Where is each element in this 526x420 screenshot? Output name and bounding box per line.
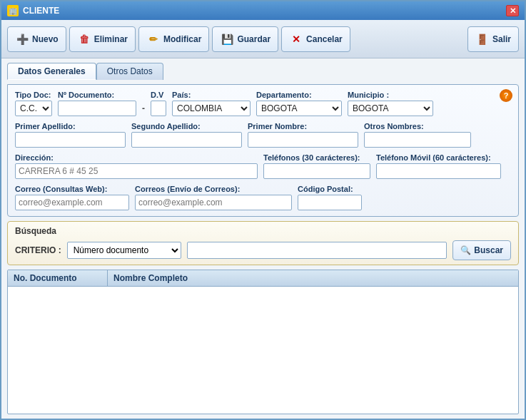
form-row-3: Dirección: Teléfonos (30 carácteres): Te… — [15, 153, 511, 179]
municipio-select[interactable]: BOGOTA MEDELLIN — [348, 101, 433, 116]
eliminar-button[interactable]: 🗑 Eliminar — [69, 26, 136, 52]
correo-label: Correo (Consultas Web): — [15, 185, 129, 193]
dv-input[interactable] — [151, 101, 166, 116]
dash-separator: - — [142, 91, 145, 113]
primer-apellido-label: Primer Apellido: — [15, 122, 126, 130]
correos-label: Correos (Envío de Correos): — [135, 185, 292, 193]
pais-select[interactable]: COLOMBIA VENEZUELA — [172, 101, 251, 116]
correo-group: Correo (Consultas Web): — [15, 185, 129, 210]
salir-label: Salir — [492, 34, 511, 44]
pais-group: País: COLOMBIA VENEZUELA — [172, 91, 251, 116]
modificar-label: Modificar — [163, 34, 201, 44]
primer-nombre-group: Primer Nombre: — [248, 122, 358, 148]
form-row-4: Correo (Consultas Web): Correos (Envío d… — [15, 185, 511, 210]
direccion-group: Dirección: — [15, 153, 258, 179]
tel-movil-input[interactable] — [376, 163, 501, 179]
tipo-doc-select[interactable]: C.C. NIT TI — [15, 101, 52, 116]
results-body — [8, 287, 518, 329]
primer-apellido-input[interactable] — [15, 132, 126, 148]
form-row-2: Primer Apellido: Segundo Apellido: Prime… — [15, 122, 511, 148]
criterio-select[interactable]: Número documento Nombre completo Direcci… — [67, 242, 181, 259]
main-window: 🏢 CLIENTE ✕ ➕ Nuevo 🗑 Eliminar ✏ Modific… — [0, 0, 526, 420]
content-area: Datos Generales Otros Datos ? Tipo Doc: … — [1, 58, 525, 419]
buscar-button[interactable]: 🔍 Buscar — [452, 240, 511, 260]
tel-movil-label: Teléfono Móvil (60 carácteres): — [376, 153, 501, 162]
codigo-postal-label: Código Postal: — [298, 185, 362, 193]
nuevo-label: Nuevo — [32, 34, 59, 44]
codigo-postal-group: Código Postal: — [298, 185, 362, 210]
tab-datos-generales[interactable]: Datos Generales — [7, 63, 96, 80]
nro-doc-label: Nº Documento: — [58, 91, 136, 99]
departamento-label: Departamento: — [256, 91, 342, 99]
nro-doc-group: Nº Documento: — [58, 91, 136, 116]
nro-doc-input[interactable] — [58, 101, 136, 116]
correos-group: Correos (Envío de Correos): — [135, 185, 292, 210]
search-row: CRITERIO : Número documento Nombre compl… — [15, 240, 511, 260]
primer-apellido-group: Primer Apellido: — [15, 122, 126, 148]
codigo-postal-input[interactable] — [298, 195, 362, 210]
tipo-doc-label: Tipo Doc: — [15, 91, 52, 99]
salir-button[interactable]: 🚪 Salir — [467, 26, 519, 52]
pais-label: País: — [172, 91, 251, 99]
otros-nombres-label: Otros Nombres: — [364, 122, 471, 130]
correos-input[interactable] — [135, 195, 292, 210]
segundo-apellido-input[interactable] — [131, 132, 242, 148]
cancelar-icon: ✕ — [289, 32, 303, 46]
title-bar: 🏢 CLIENTE ✕ — [1, 1, 525, 20]
title-bar-left: 🏢 CLIENTE — [7, 5, 59, 16]
guardar-icon: 💾 — [220, 32, 234, 46]
departamento-group: Departamento: BOGOTA ANTIOQUIA — [256, 91, 342, 116]
direccion-label: Dirección: — [15, 153, 258, 162]
cancelar-label: Cancelar — [306, 34, 343, 44]
search-panel: Búsqueda CRITERIO : Número documento Nom… — [7, 221, 519, 265]
col-nombre: Nombre Completo — [108, 270, 518, 286]
otros-nombres-group: Otros Nombres: — [364, 122, 471, 148]
tel-movil-group: Teléfono Móvil (60 carácteres): — [376, 153, 501, 179]
search-value-input[interactable] — [187, 242, 447, 259]
correo-input[interactable] — [15, 195, 129, 210]
toolbar: ➕ Nuevo 🗑 Eliminar ✏ Modificar 💾 Guardar… — [1, 20, 525, 58]
results-table: No. Documento Nombre Completo — [7, 270, 519, 414]
telefonos-group: Teléfonos (30 carácteres): — [263, 153, 370, 179]
search-title: Búsqueda — [15, 226, 511, 236]
otros-nombres-input[interactable] — [364, 132, 471, 148]
municipio-group: Municipio : BOGOTA MEDELLIN — [348, 91, 433, 116]
window-close-button[interactable]: ✕ — [506, 5, 519, 16]
cancelar-button[interactable]: ✕ Cancelar — [281, 26, 350, 52]
telefonos-label: Teléfonos (30 carácteres): — [263, 153, 370, 162]
telefonos-input[interactable] — [263, 163, 370, 179]
app-icon: 🏢 — [7, 5, 19, 16]
municipio-label: Municipio : — [348, 91, 433, 99]
eliminar-label: Eliminar — [94, 34, 128, 44]
guardar-label: Guardar — [237, 34, 270, 44]
tabs: Datos Generales Otros Datos — [7, 63, 519, 80]
buscar-label: Buscar — [474, 245, 503, 255]
results-header: No. Documento Nombre Completo — [8, 270, 518, 287]
departamento-select[interactable]: BOGOTA ANTIOQUIA — [256, 101, 342, 116]
criterio-label: CRITERIO : — [15, 245, 61, 255]
form-row-1: Tipo Doc: C.C. NIT TI Nº Documento: - D.… — [15, 91, 511, 116]
modificar-icon: ✏ — [146, 32, 161, 46]
modificar-button[interactable]: ✏ Modificar — [138, 26, 209, 52]
primer-nombre-input[interactable] — [248, 132, 358, 148]
direccion-input[interactable] — [15, 163, 258, 179]
tab-otros-datos[interactable]: Otros Datos — [96, 63, 163, 80]
eliminar-icon: 🗑 — [77, 32, 91, 46]
segundo-apellido-group: Segundo Apellido: — [131, 122, 242, 148]
nuevo-button[interactable]: ➕ Nuevo — [7, 26, 66, 52]
dv-group: D.V — [151, 91, 166, 116]
salir-icon: 🚪 — [475, 32, 490, 46]
dv-label: D.V — [151, 91, 166, 99]
segundo-apellido-label: Segundo Apellido: — [131, 122, 242, 130]
help-icon[interactable]: ? — [500, 89, 512, 102]
nuevo-icon: ➕ — [15, 32, 29, 46]
window-title: CLIENTE — [23, 6, 59, 16]
datos-generales-panel: ? Tipo Doc: C.C. NIT TI Nº Documento: - — [7, 84, 519, 217]
tipo-doc-group: Tipo Doc: C.C. NIT TI — [15, 91, 52, 116]
col-no-doc: No. Documento — [8, 270, 108, 286]
primer-nombre-label: Primer Nombre: — [248, 122, 358, 130]
buscar-icon: 🔍 — [460, 245, 471, 255]
guardar-button[interactable]: 💾 Guardar — [212, 26, 278, 52]
